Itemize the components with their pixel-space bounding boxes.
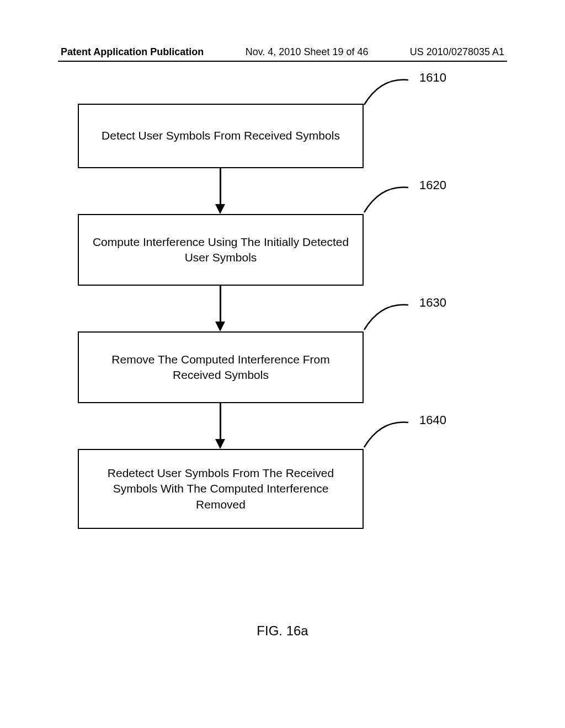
arrow-2-head xyxy=(215,322,225,331)
label-1620: 1620 xyxy=(419,178,446,192)
label-1610: 1610 xyxy=(419,71,446,85)
arrow-1-head xyxy=(215,204,225,214)
flow-step-1620-text: Compute Interference Using The Initially… xyxy=(90,234,351,266)
flow-step-1630-text: Remove The Computed Interference From Re… xyxy=(90,352,351,383)
flow-step-1640-text: Redetect User Symbols From The Received … xyxy=(90,465,351,512)
arrow-2-shaft xyxy=(220,286,221,322)
flowchart: Detect User Symbols From Received Symbol… xyxy=(0,0,565,728)
figure-caption: FIG. 16a xyxy=(0,623,565,639)
flow-step-1620: Compute Interference Using The Initially… xyxy=(78,214,364,286)
arrow-3-head xyxy=(215,439,225,449)
label-1630: 1630 xyxy=(419,296,446,310)
label-1640: 1640 xyxy=(419,413,446,427)
leader-1610 xyxy=(359,72,425,110)
flow-step-1640: Redetect User Symbols From The Received … xyxy=(78,449,364,529)
flow-step-1610: Detect User Symbols From Received Symbol… xyxy=(78,104,364,168)
arrow-1-shaft xyxy=(220,168,221,204)
arrow-3-shaft xyxy=(220,403,221,439)
leader-1620 xyxy=(359,179,425,218)
flow-step-1610-text: Detect User Symbols From Received Symbol… xyxy=(102,128,340,143)
flow-step-1630: Remove The Computed Interference From Re… xyxy=(78,331,364,403)
leader-1640 xyxy=(359,414,425,453)
leader-1630 xyxy=(359,297,425,335)
